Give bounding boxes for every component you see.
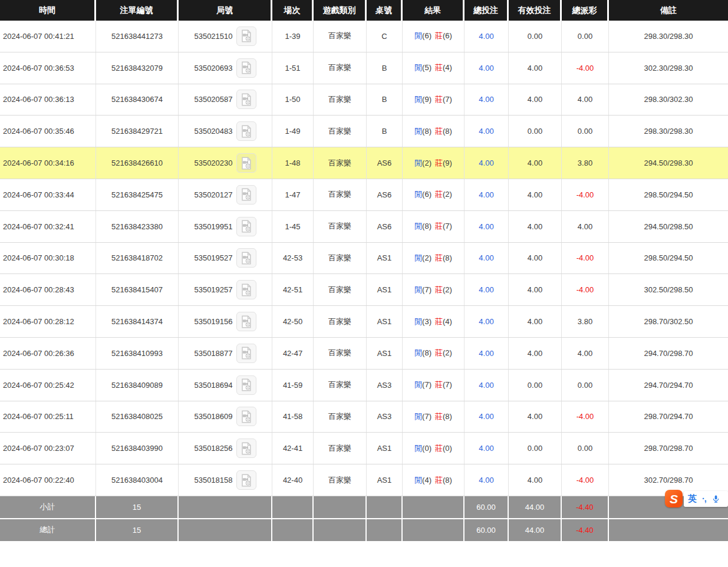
player-label: 閒 <box>414 253 422 262</box>
player-score: (8) <box>422 127 431 136</box>
video-replay-button[interactable] <box>236 217 256 236</box>
video-replay-button[interactable] <box>236 470 256 490</box>
summary-label: 小計 <box>0 496 96 518</box>
banker-label: 莊 <box>435 348 443 357</box>
cell-time: 2024-06-07 00:22:40 <box>0 464 96 496</box>
cell-session: 42-40 <box>272 464 314 496</box>
cell-bet-id: 521638409089 <box>96 370 179 401</box>
video-replay-button[interactable] <box>236 439 256 458</box>
video-replay-button[interactable] <box>236 344 256 363</box>
video-replay-button[interactable] <box>236 407 256 426</box>
video-file-icon <box>239 283 253 297</box>
cell-session: 42-50 <box>272 306 314 337</box>
video-replay-button[interactable] <box>236 375 256 395</box>
cell-time: 2024-06-07 00:30:18 <box>0 243 96 274</box>
banker-label: 莊 <box>435 222 443 230</box>
video-replay-button[interactable] <box>236 312 256 331</box>
player-result: 閒(0) <box>414 443 431 454</box>
table-row[interactable]: 2024-06-07 00:36:13 521638430674 5350205… <box>0 84 728 116</box>
video-replay-button[interactable] <box>236 153 256 173</box>
banker-label: 莊 <box>435 285 443 294</box>
video-replay-button[interactable] <box>236 27 256 46</box>
cell-total-bet: 4.00 <box>465 370 509 401</box>
cell-time: 2024-06-07 00:32:41 <box>0 211 96 242</box>
video-file-icon <box>239 29 253 43</box>
banker-score: (7) <box>443 95 452 104</box>
cell-game-type: 百家樂 <box>314 52 367 84</box>
cell-valid-bet: 4.00 <box>509 179 562 210</box>
round-number: 535020230 <box>194 159 232 167</box>
cell-valid-bet: 4.00 <box>509 464 562 496</box>
table-row[interactable]: 2024-06-07 00:28:12 521638414374 5350191… <box>0 306 728 338</box>
ime-punctuation-button[interactable]: ·, <box>702 494 706 503</box>
video-replay-button[interactable] <box>236 90 256 109</box>
round-number: 535019156 <box>194 317 232 326</box>
video-replay-button[interactable] <box>236 58 256 78</box>
ime-language-mode-button[interactable]: 英 <box>688 493 697 505</box>
video-file-icon <box>239 346 253 360</box>
table-row[interactable]: 2024-06-07 00:28:43 521638415407 5350192… <box>0 274 728 306</box>
cell-table-no: AS3 <box>367 370 403 401</box>
cell-payout: 3.80 <box>562 306 609 337</box>
table-row[interactable]: 2024-06-07 00:25:42 521638409089 5350186… <box>0 370 728 401</box>
table-row[interactable]: 2024-06-07 00:30:18 521638418702 5350195… <box>0 243 728 275</box>
column-header-session: 場次 <box>272 0 314 21</box>
player-score: (0) <box>422 444 431 453</box>
banker-score: (7) <box>443 222 452 230</box>
cell-valid-bet: 4.00 <box>509 306 562 337</box>
column-header-payout: 總派彩 <box>562 0 609 21</box>
player-label: 閒 <box>414 95 422 104</box>
video-replay-button[interactable] <box>236 280 256 299</box>
cell-table-no: B <box>367 116 403 147</box>
table-row[interactable]: 2024-06-07 00:26:36 521638410993 5350188… <box>0 338 728 370</box>
table-row[interactable]: 2024-06-07 00:22:40 521638403004 5350181… <box>0 464 728 496</box>
player-score: (2) <box>422 253 431 262</box>
table-row[interactable]: 2024-06-07 00:33:44 521638425475 5350201… <box>0 179 728 211</box>
cell-round: 535019951 <box>179 211 272 242</box>
table-row[interactable]: 2024-06-07 00:34:16 521638426610 5350202… <box>0 147 728 179</box>
cell-session: 42-47 <box>272 338 314 369</box>
summary-row: 小計 15 60.00 44.00 -4.40 <box>0 496 728 518</box>
player-label: 閒 <box>414 31 422 40</box>
cell-game-type: 百家樂 <box>314 306 367 337</box>
table-row[interactable]: 2024-06-07 00:32:41 521638423380 5350199… <box>0 211 728 243</box>
cell-remark: 298.30/302.30 <box>609 84 728 116</box>
table-row[interactable]: 2024-06-07 00:35:46 521638429721 5350204… <box>0 116 728 147</box>
cell-bet-id: 521638408025 <box>96 401 179 433</box>
cell-session: 42-51 <box>272 274 314 305</box>
player-result: 閒(7) <box>414 285 431 295</box>
cell-total-bet: 4.00 <box>465 211 509 242</box>
table-row[interactable]: 2024-06-07 00:23:07 521638403990 5350182… <box>0 433 728 464</box>
cell-table-no: AS3 <box>367 401 403 433</box>
table-row[interactable]: 2024-06-07 00:25:11 521638408025 5350186… <box>0 401 728 433</box>
round-number: 535018694 <box>194 381 232 390</box>
cell-time: 2024-06-07 00:28:12 <box>0 306 96 337</box>
cell-total-bet: 4.00 <box>465 243 509 274</box>
video-replay-button[interactable] <box>236 185 256 205</box>
cell-result: 閒(6) 莊(6) <box>403 21 465 52</box>
cell-time: 2024-06-07 00:36:13 <box>0 84 96 116</box>
cell-session: 42-53 <box>272 243 314 274</box>
microphone-icon[interactable] <box>711 494 720 504</box>
cell-session: 1-45 <box>272 211 314 242</box>
cell-remark: 298.50/294.50 <box>609 179 728 210</box>
table-row[interactable]: 2024-06-07 00:41:21 521638441273 5350215… <box>0 21 728 52</box>
banker-result: 莊(7) <box>435 221 452 232</box>
player-label: 閒 <box>414 190 422 199</box>
cell-round: 535018877 <box>179 338 272 369</box>
video-replay-button[interactable] <box>236 248 256 268</box>
table-row[interactable]: 2024-06-07 00:36:53 521638432079 5350206… <box>0 52 728 84</box>
cell-result: 閒(0) 莊(0) <box>403 433 465 464</box>
banker-score: (8) <box>443 127 452 136</box>
banker-label: 莊 <box>435 95 443 104</box>
player-score: (6) <box>422 190 431 199</box>
cell-valid-bet: 4.00 <box>509 84 562 116</box>
cell-total-bet: 4.00 <box>465 338 509 369</box>
cell-round: 535018694 <box>179 370 272 401</box>
cell-table-no: AS1 <box>367 338 403 369</box>
cell-round: 535019257 <box>179 274 272 305</box>
sogou-logo-icon[interactable]: S <box>665 490 683 507</box>
cell-payout: 0.00 <box>562 433 609 464</box>
video-replay-button[interactable] <box>236 121 256 141</box>
cell-remark: 298.30/298.30 <box>609 21 728 52</box>
